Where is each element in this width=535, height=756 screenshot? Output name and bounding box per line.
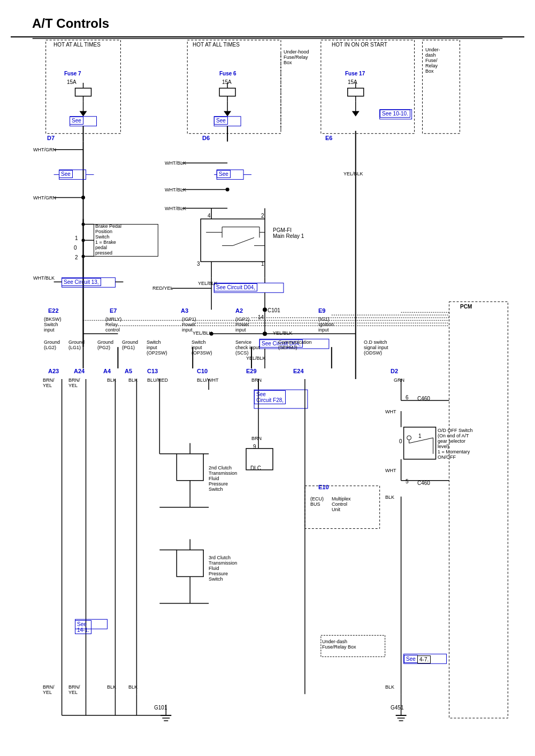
- multiplex-label2: MultiplexControlUnit: [332, 496, 351, 512]
- see-circuit-f28[interactable]: SeeCircuit F28,: [254, 390, 286, 404]
- fuse7-see: See: [70, 117, 83, 125]
- fuse7-label: Fuse 7: [64, 71, 81, 76]
- wire-yel-blk-3: YEL/BLK: [273, 330, 293, 336]
- wire-blk-bot-right: BLK: [385, 684, 394, 690]
- wire-wht-blk-3: WHT/BLK: [165, 206, 186, 211]
- see-14-1[interactable]: See14-1.: [75, 620, 91, 634]
- underhood-fuse-relay-box: Under-hoodFuse/RelayBox: [284, 49, 309, 65]
- hot-in-on-or-start: HOT IN ON OR START: [332, 42, 387, 48]
- svg-point-131: [226, 188, 230, 191]
- wire-blk-bot-2: BLK: [128, 684, 137, 690]
- see-circuit-d04-upper[interactable]: See Circuit D04,: [214, 283, 257, 291]
- conn-D2: D2: [391, 368, 398, 374]
- svg-rect-2: [187, 40, 281, 134]
- svc-check-scs: Servicecheck input(SCS): [235, 340, 260, 356]
- gnd-pg2: Ground(PG2): [97, 340, 113, 350]
- see-box-D7[interactable]: See: [59, 170, 73, 178]
- wire-blk-a5: BLK: [128, 377, 137, 383]
- wire-wht-blk-2: WHT/BLK: [165, 187, 186, 192]
- svg-marker-21: [352, 111, 360, 117]
- wire-brn-yel-bot-2: BRN/YEL: [68, 684, 80, 695]
- sw-input-op3sw: Switchinput(OP3SW): [192, 340, 212, 356]
- conn-A4: A4: [103, 368, 111, 374]
- conn-E24: E24: [293, 368, 304, 374]
- pcm-igp1: (IGP1)Powerinput: [182, 317, 196, 333]
- wire-brn-yel-a24: BRN/YEL: [68, 377, 80, 388]
- wire-wht-grn-2: WHT/GRN: [33, 195, 56, 200]
- wire-wht-2: WHT: [385, 468, 396, 473]
- communication-sefmj: Communication(SEFMJ): [278, 340, 312, 350]
- underdash-fuse-relay-bottom: Under-dashFuse/Relay Box: [322, 639, 356, 650]
- 3rd-clutch-label: 3rd ClutchTransmissionFluidPressureSwitc…: [209, 555, 237, 582]
- conn-C10: C10: [197, 368, 208, 374]
- svg-rect-6: [75, 88, 91, 96]
- gnd-lg1: Ground(LG1): [68, 340, 85, 350]
- conn-E9: E9: [318, 307, 325, 314]
- svg-marker-9: [80, 111, 87, 117]
- wiring-diagram: [11, 37, 524, 742]
- see-box-D6[interactable]: See: [217, 170, 231, 178]
- diagram-container: HOT AT ALL TIMES HOT AT ALL TIMES HOT IN…: [11, 36, 524, 742]
- hot-at-all-times-2: HOT AT ALL TIMES: [193, 42, 240, 48]
- see-4-7[interactable]: See: [404, 655, 418, 663]
- c460-label-1: C460: [417, 396, 430, 402]
- svg-rect-46: [201, 219, 265, 261]
- conn-A23: A23: [48, 368, 59, 374]
- wire-blk-bot-1: BLK: [107, 684, 116, 690]
- wire-red-yel: RED/YEL: [152, 286, 173, 291]
- wire-wht-grn-1: WHT/GRN: [33, 147, 56, 152]
- conn-A5: A5: [125, 368, 132, 374]
- conn-A3: A3: [181, 307, 188, 314]
- svg-rect-84: [177, 454, 203, 481]
- c460-label-2: C460: [417, 480, 430, 486]
- conn-D7: D7: [47, 135, 55, 141]
- brake-pin-0: 0: [74, 245, 77, 251]
- pcm-ig1: (IG1)Ignitioninput: [318, 317, 334, 333]
- conn-E10: E10: [318, 484, 329, 490]
- see-10-10[interactable]: See 10-10.: [380, 110, 410, 118]
- brake-switch-label: Brake PedalPositionSwitch1 = Brakepedalp…: [95, 223, 121, 256]
- conn-D6: D6: [202, 135, 210, 141]
- od-switch-pin1: 1: [418, 433, 422, 439]
- svg-rect-109: [177, 550, 203, 577]
- pgm-fi-relay: PGM-FIMain Relay 1: [273, 227, 304, 239]
- pin-9: 9: [253, 444, 256, 450]
- wire-blu-wht: BLU/WHT: [197, 377, 219, 383]
- gnd-pg1: Ground(PG1): [122, 340, 138, 350]
- pin-2: 2: [261, 213, 264, 219]
- dlc-label: DLC: [250, 465, 261, 471]
- ground-g101: G101: [154, 705, 167, 711]
- 2nd-clutch-label: 2nd ClutchTransmissionFluidPressureSwitc…: [209, 465, 237, 492]
- wire-blk-a4: BLK: [107, 377, 116, 383]
- conn-E22: E22: [48, 307, 59, 314]
- od-signal-odsw: O.D switchsignal input(ODSW): [364, 340, 388, 356]
- svg-rect-18: [348, 88, 364, 96]
- conn-A2: A2: [235, 307, 243, 314]
- page-4-7: 4-7.: [417, 655, 431, 664]
- svg-rect-12: [219, 88, 235, 96]
- fuse6-amps: 15A: [222, 79, 232, 85]
- wire-blk-d2: BLK: [385, 495, 394, 500]
- c460-pin6: 6: [406, 395, 409, 400]
- fuse6-see: See: [214, 117, 228, 125]
- wire-brn-e29: BRN: [251, 377, 262, 383]
- pcm-bksw: (BKSW)Switchinput: [44, 317, 62, 333]
- wire-grn-d2: GRN: [394, 377, 404, 383]
- wire-wht-1: WHT: [385, 409, 396, 414]
- sw-input-op2sw: Switchinput(OP2SW): [147, 340, 167, 356]
- underdash-fuse-relay-box-top: Under-dashFuse/RelayBox: [425, 47, 440, 74]
- svg-rect-3: [321, 40, 415, 134]
- see-circuit-13[interactable]: See Circuit 13,: [62, 278, 101, 286]
- pin-1: 1: [261, 261, 264, 267]
- conn-C101: C101: [268, 307, 280, 313]
- fuse7-amps: 15A: [67, 79, 77, 85]
- gnd-lg2: Ground(LG2): [44, 340, 60, 350]
- svg-point-130: [81, 196, 85, 199]
- wire-yel-blk-4: YEL/BLK: [246, 356, 266, 361]
- svg-rect-72: [449, 302, 508, 718]
- wire-brn-e29-2: BRN: [251, 436, 262, 441]
- brake-pin-2: 2: [75, 254, 78, 260]
- pcm-label: PCM: [460, 304, 472, 310]
- conn-E6: E6: [325, 135, 332, 141]
- svg-point-67: [263, 331, 267, 336]
